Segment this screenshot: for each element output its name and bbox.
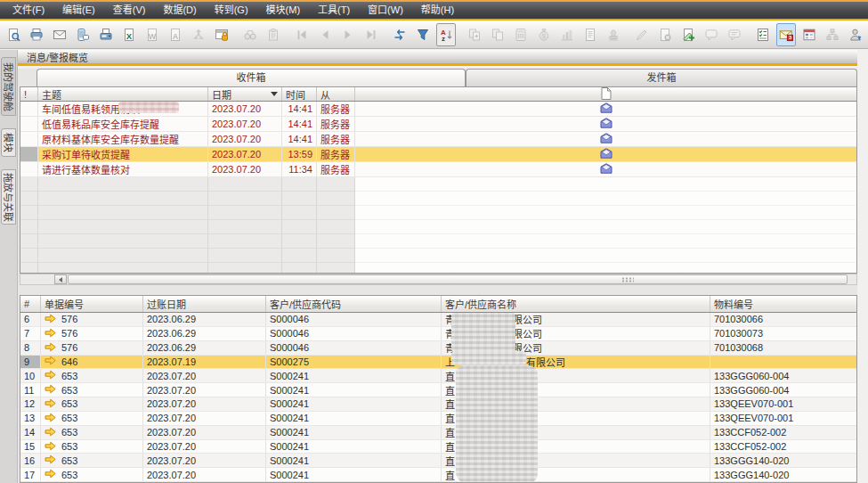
inbox-column-header-flag[interactable]: !: [20, 87, 38, 101]
export-word-icon: W: [145, 28, 159, 42]
inbox-empty-cell: [317, 263, 355, 274]
documents-column-header-num[interactable]: #: [20, 296, 41, 312]
org-chart-button[interactable]: [823, 23, 842, 46]
document-row[interactable]: 166532023.07.20S000241直133GGG140-020: [20, 454, 856, 468]
inbox-row[interactable]: 车间低值易耗领用确认2023.07.2014:41服务器: [20, 102, 856, 117]
link-arrow-icon[interactable]: [45, 342, 56, 354]
documents-column-header-code[interactable]: 客户/供应商代码: [266, 296, 442, 312]
paste-button[interactable]: [264, 23, 283, 46]
scrollbar-track[interactable]: [20, 274, 54, 284]
launch-application-button[interactable]: [189, 23, 208, 46]
documents-column-header-date[interactable]: 过账日期: [143, 296, 266, 312]
filter-table-button[interactable]: [413, 23, 433, 46]
inbox-row[interactable]: 低值易耗品库安全库存提醒2023.07.2014:41服务器: [20, 117, 856, 132]
inbox-row[interactable]: 采购订单待收货提醒2023.07.2013:59服务器: [20, 147, 856, 162]
document-row[interactable]: 75762023.06.29S000046青限公司701030073: [20, 327, 856, 341]
comment-button[interactable]: [702, 23, 721, 46]
documents-column-header-doc[interactable]: 单据编号: [41, 296, 143, 312]
email-button[interactable]: [50, 23, 69, 46]
copy-table-button[interactable]: [488, 23, 507, 46]
horizontal-scrollbar[interactable]: [20, 274, 857, 285]
payment-means-button[interactable]: $: [534, 23, 554, 46]
menu-item-tools[interactable]: 工具(T): [309, 2, 359, 19]
messages-alerts-button[interactable]: 3: [776, 23, 796, 46]
copy-special-button[interactable]: [465, 23, 484, 46]
fax-button[interactable]: [96, 23, 116, 46]
sms-button[interactable]: [73, 23, 93, 46]
refresh-record-button[interactable]: [390, 23, 410, 46]
open-envelope-icon: [600, 133, 612, 145]
menu-item-window[interactable]: 窗口(W): [359, 2, 412, 19]
inbox-column-header-time[interactable]: 时间: [282, 87, 317, 101]
document-row[interactable]: 136532023.07.20S000241直133QEEV070-001: [20, 412, 856, 426]
document-settings-button[interactable]: [655, 23, 675, 46]
scroll-left-button[interactable]: [54, 274, 67, 284]
calendar-button[interactable]: [799, 23, 819, 46]
tab-outbox[interactable]: 发件箱: [466, 69, 857, 86]
link-arrow-icon[interactable]: [45, 314, 56, 325]
next-record-button[interactable]: [338, 23, 358, 46]
sidebar-tab-modules[interactable]: 模块: [1, 128, 16, 157]
link-arrow-icon[interactable]: [45, 469, 56, 480]
document-row[interactable]: 85762023.06.29S000046青限公司701030068: [20, 341, 856, 356]
menu-item-edit[interactable]: 编辑(E): [53, 2, 104, 19]
menu-item-modules[interactable]: 模块(M): [257, 2, 310, 19]
document-row[interactable]: 106532023.07.20S000241直133GGG060-004: [20, 369, 856, 383]
last-record-button[interactable]: [361, 23, 381, 46]
document-row[interactable]: 156532023.07.20S000241直133CCF052-002: [20, 440, 856, 454]
documents-table: #单据编号过账日期客户/供应商代码客户/供应商名称物料编号65762023.06…: [20, 295, 857, 483]
calculator-button[interactable]: [511, 23, 531, 46]
menu-item-data[interactable]: 数据(D): [154, 2, 205, 19]
document-row[interactable]: 146532023.07.20S000241直133CCF052-002: [20, 426, 856, 440]
link-arrow-icon[interactable]: [45, 441, 56, 453]
document-row[interactable]: 176532023.07.20S000241直133GGG140-020: [20, 468, 856, 482]
link-arrow-icon[interactable]: [45, 328, 56, 340]
print-button[interactable]: [27, 23, 46, 46]
find-button[interactable]: [240, 23, 260, 46]
sort-table-button[interactable]: Az: [436, 23, 456, 46]
print-preview-button[interactable]: [4, 23, 23, 46]
approval-stamp-button[interactable]: [604, 23, 623, 46]
user-button[interactable]: [846, 23, 865, 46]
lock-screen-button[interactable]: [212, 23, 231, 46]
inbox-column-header-doc[interactable]: [355, 87, 856, 101]
link-arrow-icon[interactable]: [45, 398, 56, 410]
document-row[interactable]: 116532023.07.20S000241直133GGG060-004: [20, 383, 856, 397]
link-arrow-icon[interactable]: [45, 427, 56, 438]
menu-item-goto[interactable]: 转到(G): [206, 2, 257, 19]
form-settings-button[interactable]: [678, 23, 698, 46]
checklist-button[interactable]: [753, 23, 773, 46]
quote-comment-button[interactable]: [725, 23, 744, 46]
inbox-row[interactable]: 请进行基体数量核对2023.07.2011:34服务器: [20, 162, 856, 177]
document-row[interactable]: 96462023.07.19S000275上有限公司: [20, 356, 856, 370]
window-tab-strip[interactable]: 消息/警报概览: [18, 50, 857, 66]
document-row[interactable]: 126532023.07.20S000241直133QEEV070-001: [20, 397, 856, 412]
previous-record-button[interactable]: [315, 23, 335, 46]
documents-column-header-item[interactable]: 物料编号: [710, 296, 856, 312]
menu-item-help[interactable]: 帮助(H): [412, 2, 463, 19]
scrollbar-thumb[interactable]: [68, 274, 848, 284]
export-pdf-button[interactable]: A: [166, 23, 185, 46]
menu-item-view[interactable]: 查看(V): [104, 2, 155, 19]
link-arrow-icon[interactable]: [45, 454, 56, 466]
chart-wizard-button[interactable]: [557, 23, 577, 46]
link-arrow-icon[interactable]: [45, 384, 56, 396]
edit-document-button[interactable]: [632, 23, 652, 46]
journal-entry-button[interactable]: [580, 23, 600, 46]
inbox-column-header-from[interactable]: 从: [317, 87, 355, 101]
inbox-column-header-subject[interactable]: 主题: [38, 87, 208, 101]
tab-inbox[interactable]: 收件箱: [37, 69, 466, 86]
inbox-column-header-date[interactable]: 日期: [208, 87, 282, 101]
export-word-button[interactable]: W: [142, 23, 162, 46]
documents-column-header-name[interactable]: 客户/供应商名称: [442, 296, 710, 312]
document-row[interactable]: 65762023.06.29S000046青限公司701030066: [20, 313, 856, 327]
first-record-button[interactable]: [292, 23, 312, 46]
link-arrow-icon[interactable]: [45, 370, 56, 381]
link-arrow-icon[interactable]: [45, 356, 56, 367]
export-excel-button[interactable]: X: [119, 23, 139, 46]
sidebar-tab-drag-relate[interactable]: 拖放与关联: [1, 169, 16, 225]
sidebar-tab-my-cockpit[interactable]: 我的驾驶舱: [1, 57, 16, 116]
inbox-row[interactable]: 原材料基体库安全库存数量提醒2023.07.2014:41服务器: [20, 132, 856, 147]
menu-item-file[interactable]: 文件(F): [4, 2, 53, 19]
link-arrow-icon[interactable]: [45, 413, 56, 424]
